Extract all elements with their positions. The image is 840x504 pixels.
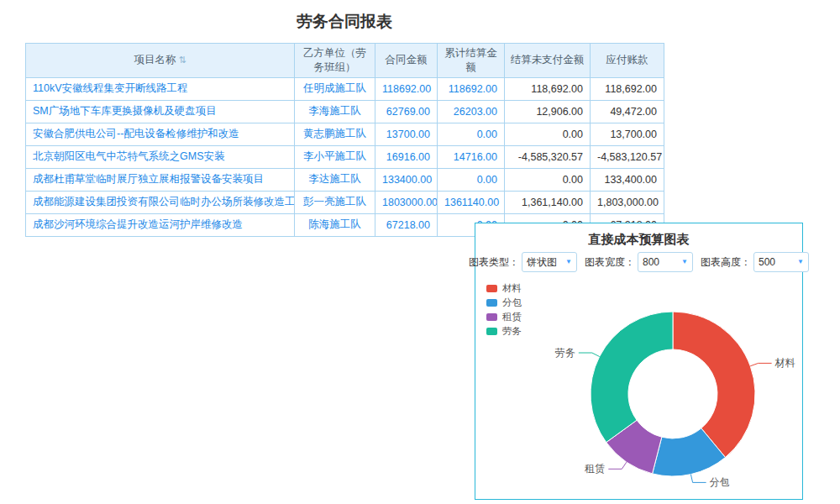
pie-slice[interactable]	[591, 312, 673, 443]
legend-label: 劳务	[502, 325, 522, 338]
legend-item[interactable]: 劳务	[486, 325, 522, 338]
contract-amount-cell: 118692.00	[375, 77, 438, 100]
column-header: 应付账款	[591, 44, 664, 78]
settled-amount-cell: 0.00	[438, 123, 505, 145]
legend-color-mark	[486, 285, 497, 292]
unpaid-amount-cell: 12,906.00	[505, 100, 591, 123]
chart-width-select[interactable]: 800▼	[638, 252, 693, 272]
sort-icon[interactable]: ⇅	[178, 55, 186, 65]
project-name-link[interactable]: 成都杜甫草堂临时展厅独立展相报警设备安装项目	[26, 168, 295, 191]
unpaid-amount-cell: -4,585,320.57	[505, 145, 591, 168]
table-row: 成都杜甫草堂临时展厅独立展相报警设备安装项目李达施工队133400.000.00…	[26, 168, 664, 191]
slice-label: 材料	[774, 357, 795, 369]
chevron-down-icon: ▼	[797, 259, 804, 265]
team-name-cell: 彭一亮施工队	[295, 191, 375, 213]
column-header: 合同金额	[375, 44, 438, 78]
chart-control: 图表高度：500▼	[701, 252, 809, 272]
settled-amount-cell: 26203.00	[438, 100, 505, 123]
contract-amount-cell: 133400.00	[375, 168, 438, 191]
contract-amount-cell: 67218.00	[375, 213, 438, 236]
donut-chart-svg: 材料分包租赁劳务	[475, 272, 804, 499]
column-header[interactable]: 项目名称⇅	[26, 44, 295, 78]
legend-color-mark	[486, 328, 497, 335]
select-value: 饼状图	[527, 255, 557, 270]
project-name-link[interactable]: 110kV安徽线程集变开断线路工程	[26, 77, 295, 100]
project-name-link[interactable]: 成都沙河环境综合提升改造运河护岸维修改造	[26, 213, 295, 236]
legend-label: 租赁	[502, 311, 522, 323]
label-connector-line	[750, 363, 771, 365]
project-name-link[interactable]: 安徽合肥供电公司--配电设备检修维护和改造	[26, 123, 295, 145]
table-row: 110kV安徽线程集变开断线路工程任明成施工队118692.00118692.0…	[26, 77, 664, 100]
chart-panel-title: 直接成本预算图表	[475, 223, 802, 248]
contract-amount-cell: 1803000.00	[375, 191, 438, 213]
table-row: 安徽合肥供电公司--配电设备检修维护和改造黄志鹏施工队13700.000.000…	[26, 123, 664, 145]
team-name-cell: 陈海施工队	[295, 213, 375, 236]
unpaid-amount-cell: 118,692.00	[505, 77, 591, 100]
settled-amount-cell: 0.00	[438, 168, 505, 191]
slice-label: 分包	[710, 476, 730, 488]
legend-color-mark	[486, 313, 497, 321]
label-connector-line	[579, 353, 600, 357]
unpaid-amount-cell: 0.00	[505, 168, 591, 191]
chart-controls: 图表类型：饼状图▼图表宽度：800▼图表高度：500▼	[475, 252, 802, 272]
labor-contract-report: 劳务合同报表 项目名称⇅乙方单位（劳务班组）合同金额累计结算金额结算未支付金额应…	[25, 2, 664, 237]
chevron-down-icon: ▼	[565, 259, 572, 265]
legend-item[interactable]: 材料	[486, 282, 522, 295]
team-name-cell: 李小平施工队	[295, 145, 375, 168]
settled-amount-cell: 1361140.00	[438, 191, 505, 213]
table-row: SM广场地下车库更换摄像机及硬盘项目李海施工队62769.0026203.001…	[26, 100, 664, 123]
select-value: 800	[643, 256, 659, 268]
team-name-cell: 李海施工队	[295, 100, 375, 123]
report-table: 项目名称⇅乙方单位（劳务班组）合同金额累计结算金额结算未支付金额应付账款 110…	[25, 43, 664, 237]
cost-budget-chart-panel: 直接成本预算图表 图表类型：饼状图▼图表宽度：800▼图表高度：500▼ 材料分…	[475, 223, 803, 500]
payable-amount-cell: 13,700.00	[591, 123, 664, 145]
project-name-link[interactable]: 成都能源建设集团投资有限公司临时办公场所装修改造工程EPC	[26, 191, 295, 213]
chart-height-select[interactable]: 500▼	[753, 252, 809, 272]
column-header: 结算未支付金额	[505, 44, 591, 78]
team-name-cell: 任明成施工队	[295, 77, 375, 100]
project-name-link[interactable]: SM广场地下车库更换摄像机及硬盘项目	[26, 100, 295, 123]
legend-item[interactable]: 分包	[486, 297, 522, 309]
chart-type-select[interactable]: 饼状图▼	[522, 252, 577, 272]
payable-amount-cell: -4,583,120.57	[591, 145, 664, 168]
table-header-row: 项目名称⇅乙方单位（劳务班组）合同金额累计结算金额结算未支付金额应付账款	[26, 44, 664, 78]
table-row: 成都能源建设集团投资有限公司临时办公场所装修改造工程EPC彭一亮施工队18030…	[26, 191, 664, 213]
select-value: 500	[759, 256, 775, 268]
slice-label: 劳务	[555, 347, 575, 359]
pie-slice[interactable]	[673, 312, 755, 458]
unpaid-amount-cell: 1,361,140.00	[505, 191, 591, 213]
payable-amount-cell: 118,692.00	[591, 77, 664, 100]
chart-control: 图表类型：饼状图▼	[469, 252, 577, 272]
column-header: 累计结算金额	[438, 44, 505, 78]
report-table-body: 110kV安徽线程集变开断线路工程任明成施工队118692.00118692.0…	[26, 77, 664, 236]
contract-amount-cell: 16916.00	[375, 145, 438, 168]
legend-label: 分包	[502, 297, 522, 309]
payable-amount-cell: 49,472.00	[591, 100, 664, 123]
payable-amount-cell: 1,803,000.00	[591, 191, 664, 213]
payable-amount-cell: 133,400.00	[591, 168, 664, 191]
label-connector-line	[608, 462, 627, 469]
column-header: 乙方单位（劳务班组）	[295, 44, 375, 78]
unpaid-amount-cell: 0.00	[505, 123, 591, 145]
label-connector-line	[690, 475, 706, 483]
chart-control: 图表宽度：800▼	[585, 252, 693, 272]
legend-color-mark	[486, 299, 497, 307]
project-name-link[interactable]: 北京朝阳区电气中芯特气系统之GMS安装	[26, 145, 295, 168]
control-label: 图表类型：	[469, 255, 519, 270]
legend-label: 材料	[502, 282, 522, 295]
table-row: 北京朝阳区电气中芯特气系统之GMS安装李小平施工队16916.0014716.0…	[26, 145, 664, 168]
control-label: 图表宽度：	[585, 255, 635, 270]
chevron-down-icon: ▼	[681, 259, 688, 265]
legend-item[interactable]: 租赁	[486, 311, 522, 323]
chart-legend: 材料分包租赁劳务	[486, 282, 522, 339]
team-name-cell: 李达施工队	[295, 168, 375, 191]
slice-label: 租赁	[584, 463, 605, 475]
settled-amount-cell: 118692.00	[438, 77, 505, 100]
team-name-cell: 黄志鹏施工队	[295, 123, 375, 145]
contract-amount-cell: 62769.00	[375, 100, 438, 123]
contract-amount-cell: 13700.00	[375, 123, 438, 145]
control-label: 图表高度：	[701, 255, 751, 270]
settled-amount-cell: 14716.00	[438, 145, 505, 168]
report-title: 劳务合同报表	[25, 2, 664, 43]
